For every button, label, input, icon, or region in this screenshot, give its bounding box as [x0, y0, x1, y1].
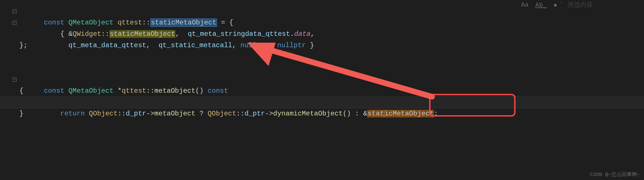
- code-line[interactable]: qt_meta_data_qttest, qt_static_metacall,…: [0, 28, 644, 40]
- watermark-label: CSDN @~怎么回事啊~: [590, 171, 640, 178]
- type-name: QMetaObject: [68, 87, 113, 95]
- fold-icon[interactable]: −: [13, 78, 16, 82]
- class-name: qttest: [122, 87, 146, 95]
- function-name: metaObject: [154, 87, 195, 95]
- keyword-nullptr: nullptr: [240, 42, 269, 49]
- code-editor[interactable]: − const QMetaObject qttest::staticMetaOb…: [0, 0, 644, 119]
- code-line[interactable]: − const QMetaObject *qttest::metaObject(…: [0, 74, 644, 85]
- fold-icon[interactable]: −: [13, 9, 16, 13]
- keyword-return: return: [60, 110, 85, 117]
- class-name: QObject: [89, 110, 118, 117]
- code-line[interactable]: − const QMetaObject qttest::staticMetaOb…: [0, 6, 644, 17]
- code-line[interactable]: [0, 63, 644, 74]
- identifier: d_ptr: [244, 110, 265, 117]
- identifier: qt_meta_data_qttest: [68, 42, 146, 49]
- keyword-nullptr: nullptr: [277, 42, 306, 49]
- highlighted-identifier: icMetaObject: [384, 110, 434, 117]
- function-name: dynamicMetaObject: [273, 110, 343, 117]
- fold-icon[interactable]: −: [13, 21, 16, 25]
- code-line-current[interactable]: return QObject::d_ptr->metaObject ? QObj…: [0, 97, 644, 108]
- class-name: QObject: [208, 110, 236, 117]
- identifier: qt_static_metacall: [159, 42, 232, 49]
- keyword-const: const: [44, 87, 64, 95]
- member-name: metaObject: [154, 110, 195, 117]
- highlighted-identifier: stat: [367, 110, 384, 117]
- code-line[interactable]: − { &QWidget::staticMetaObject, qt_meta_…: [0, 17, 644, 28]
- identifier: d_ptr: [126, 110, 146, 117]
